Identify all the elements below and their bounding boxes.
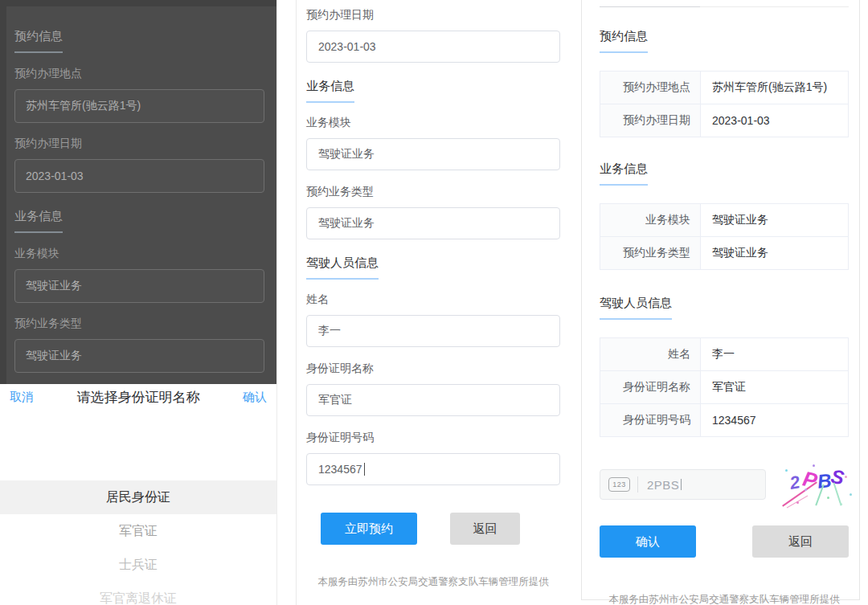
date-label: 预约办理日期 — [14, 137, 264, 151]
captcha-section: 123 2PBS 2 P B S — [600, 461, 849, 508]
back-button[interactable]: 返回 — [450, 513, 520, 545]
type-value: 驾驶证业务 — [26, 349, 82, 363]
service-provider-footer: 本服务由苏州市公安局交通警察支队车辆管理所提供 — [600, 593, 849, 605]
id-number-value: 1234567 — [318, 463, 362, 476]
type-label: 预约业务类型 — [14, 317, 264, 331]
row-value: 1234567 — [701, 404, 849, 437]
type-input[interactable]: 驾驶证业务 — [306, 207, 560, 239]
table-row: 预约办理地点苏州车管所(驰云路1号) — [600, 72, 849, 104]
module-label: 业务模块 — [306, 116, 560, 130]
submit-appointment-button[interactable]: 立即预约 — [321, 513, 417, 545]
section-title-appointment: 预约信息 — [14, 29, 63, 53]
module-value: 驾驶证业务 — [26, 279, 82, 293]
back-button[interactable]: 返回 — [752, 525, 849, 558]
text-cursor — [681, 479, 682, 490]
table-row: 业务模块驾驶证业务 — [600, 204, 849, 237]
picker-toolbar: 取消 请选择身份证明名称 确认 — [0, 384, 276, 410]
id-number-input[interactable]: 1234567 — [306, 453, 560, 485]
location-value: 苏州车管所(驰云路1号) — [26, 99, 141, 113]
service-provider-footer: 本服务由苏州市公安局交通警察支队车辆管理所提供 — [306, 575, 560, 589]
type-value: 驾驶证业务 — [318, 216, 375, 231]
date-value: 2023-01-03 — [26, 170, 84, 182]
captcha-char: S — [829, 465, 846, 489]
picker-option[interactable]: 士兵证 — [0, 548, 276, 582]
picker-confirm-button[interactable]: 确认 — [243, 390, 267, 405]
row-value: 李一 — [701, 338, 849, 371]
dimmed-form-overlay: 预约信息 预约办理地点 苏州车管所(驰云路1号) 预约办理日期 2023-01-… — [0, 0, 276, 384]
location-input: 苏州车管所(驰云路1号) — [14, 89, 264, 123]
date-label: 预约办理日期 — [306, 8, 560, 22]
confirm-button[interactable]: 确认 — [600, 525, 696, 558]
row-label: 身份证明号码 — [600, 404, 701, 437]
location-label: 预约办理地点 — [14, 67, 264, 81]
name-label: 姓名 — [306, 292, 560, 307]
business-info-table: 业务模块驾驶证业务 预约业务类型驾驶证业务 — [600, 203, 849, 270]
date-input[interactable]: 2023-01-03 — [306, 31, 560, 63]
id-name-input[interactable]: 军官证 — [306, 384, 560, 416]
table-row: 姓名李一 — [600, 338, 849, 371]
date-value: 2023-01-03 — [318, 40, 376, 53]
row-value: 2023-01-03 — [701, 104, 849, 137]
id-name-value: 军官证 — [318, 393, 352, 407]
module-input: 驾驶证业务 — [14, 269, 264, 303]
table-row: 身份证明号码1234567 — [600, 404, 849, 437]
date-input: 2023-01-03 — [14, 159, 264, 193]
type-input: 驾驶证业务 — [14, 339, 264, 373]
id-number-label: 身份证明号码 — [306, 431, 560, 445]
panel-picker-screen: 预约信息 预约办理地点 苏州车管所(驰云路1号) 预约办理日期 2023-01-… — [0, 0, 277, 605]
row-label: 预约办理地点 — [600, 72, 701, 104]
section-title-business: 业务信息 — [14, 209, 63, 233]
picker-option-selected[interactable]: 居民身份证 — [0, 480, 276, 514]
name-input[interactable]: 李一 — [306, 315, 560, 347]
row-label: 预约办理日期 — [600, 104, 701, 137]
driver-info-table: 姓名李一 身份证明名称军官证 身份证明号码1234567 — [600, 337, 849, 437]
picker-option[interactable]: 军官证 — [0, 514, 276, 548]
name-value: 李一 — [318, 324, 341, 338]
row-label: 预约业务类型 — [600, 237, 701, 270]
picker-option[interactable]: 军官离退休证 — [0, 582, 276, 605]
panel-appointment-form: 预约办理日期 2023-01-03 业务信息 业务模块 驾驶证业务 预约业务类型… — [296, 0, 571, 605]
section-title-driver: 驾驶人员信息 — [306, 255, 379, 280]
id-name-label: 身份证明名称 — [306, 362, 560, 376]
input-divider — [637, 476, 638, 493]
screenshot-stage: 预约信息 预约办理地点 苏州车管所(驰云路1号) 预约办理日期 2023-01-… — [0, 0, 868, 605]
row-value: 驾驶证业务 — [701, 237, 849, 270]
captcha-image[interactable]: 2 P B S — [780, 461, 849, 508]
appointment-info-table: 预约办理地点苏州车管所(驰云路1号) 预约办理日期2023-01-03 — [600, 71, 849, 137]
table-row: 预约办理日期2023-01-03 — [600, 104, 849, 137]
row-value: 军官证 — [701, 371, 849, 404]
cropped-table-edge — [600, 6, 849, 7]
text-cursor — [364, 463, 365, 476]
table-row: 身份证明名称军官证 — [600, 371, 849, 404]
picker-cancel-button[interactable]: 取消 — [10, 390, 34, 405]
form-actions: 立即预约 返回 — [306, 513, 560, 545]
module-value: 驾驶证业务 — [318, 147, 375, 161]
row-value: 苏州车管所(驰云路1号) — [701, 72, 849, 104]
section-title-appointment: 预约信息 — [600, 29, 648, 53]
numeric-keypad-icon: 123 — [608, 477, 630, 492]
section-title-driver: 驾驶人员信息 — [600, 296, 672, 320]
captcha-input-value: 2PBS — [647, 478, 679, 492]
picker-wheel[interactable]: 居民身份证 军官证 士兵证 军官离退休证 — [0, 480, 276, 605]
type-label: 预约业务类型 — [306, 185, 560, 199]
panel-confirmation: 预约信息 预约办理地点苏州车管所(驰云路1号) 预约办理日期2023-01-03… — [581, 0, 860, 600]
module-label: 业务模块 — [14, 247, 264, 261]
section-title-business: 业务信息 — [600, 161, 648, 186]
picker-title: 请选择身份证明名称 — [77, 388, 200, 407]
module-input[interactable]: 驾驶证业务 — [306, 138, 560, 170]
id-type-picker-sheet: 取消 请选择身份证明名称 确认 居民身份证 军官证 士兵证 军官离退休证 — [0, 384, 276, 605]
row-label: 姓名 — [600, 338, 701, 371]
captcha-input[interactable]: 123 2PBS — [600, 469, 766, 500]
row-value: 驾驶证业务 — [701, 204, 849, 237]
row-label: 业务模块 — [600, 204, 701, 237]
row-label: 身份证明名称 — [600, 371, 701, 404]
section-title-business: 业务信息 — [306, 79, 354, 103]
confirm-actions: 确认 返回 — [600, 525, 849, 558]
table-row: 预约业务类型驾驶证业务 — [600, 237, 849, 270]
